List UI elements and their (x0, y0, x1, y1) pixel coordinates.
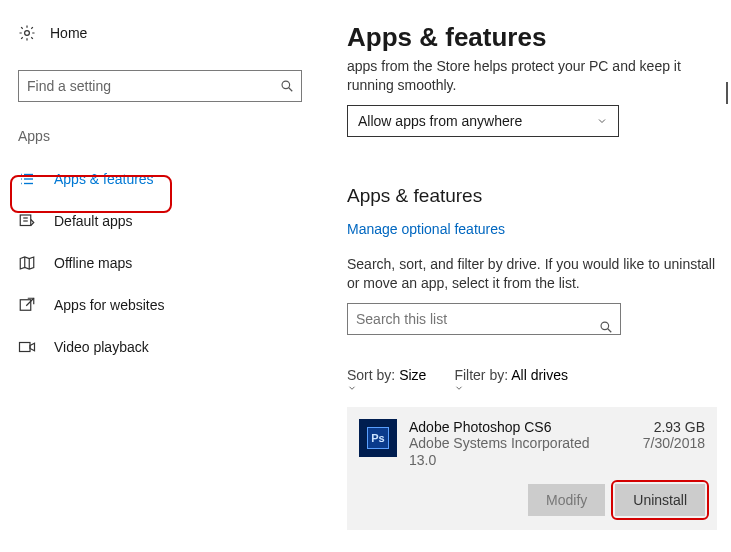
uninstall-button[interactable]: Uninstall (615, 484, 705, 516)
sort-label: Sort by: (347, 367, 395, 383)
sidebar-item-video-playback[interactable]: Video playback (0, 326, 320, 368)
gear-icon (18, 24, 36, 42)
list-icon (18, 170, 36, 188)
app-publisher: Adobe Systems Incorporated (409, 435, 631, 453)
find-setting-input[interactable] (18, 70, 302, 102)
filter-by-control[interactable]: Filter by: All drives (454, 367, 568, 393)
app-icon: Ps (359, 419, 397, 457)
video-icon (18, 338, 36, 356)
svg-rect-14 (20, 300, 31, 311)
sidebar-section-label: Apps (0, 128, 320, 144)
app-size: 2.93 GB (643, 419, 705, 435)
sidebar-item-label: Offline maps (54, 255, 132, 271)
sort-value: Size (399, 367, 426, 383)
sort-by-control[interactable]: Sort by: Size (347, 367, 426, 393)
home-label: Home (50, 25, 87, 41)
launch-icon (18, 296, 36, 314)
svg-point-0 (25, 31, 30, 36)
defaults-icon (18, 212, 36, 230)
list-description: Search, sort, and filter by drive. If yo… (347, 255, 717, 293)
app-list-item[interactable]: Ps Adobe Photoshop CS6 Adobe Systems Inc… (347, 407, 717, 530)
chevron-down-icon (596, 115, 608, 127)
dropdown-value: Allow apps from anywhere (358, 113, 522, 129)
sidebar-search (18, 70, 302, 102)
install-source-dropdown[interactable]: Allow apps from anywhere (347, 105, 619, 137)
app-install-date: 7/30/2018 (643, 435, 705, 451)
sidebar-item-label: Apps for websites (54, 297, 165, 313)
app-version: 13.0 (409, 452, 631, 470)
install-source-helper: apps from the Store helps protect your P… (347, 57, 717, 95)
sort-filter-row: Sort by: Size Filter by: All drives (347, 367, 717, 393)
chevron-down-icon (347, 383, 426, 393)
map-icon (18, 254, 36, 272)
app-list-search (347, 303, 621, 351)
scrollbar-thumb[interactable] (726, 82, 728, 104)
filter-label: Filter by: (454, 367, 508, 383)
sidebar-item-apps-for-websites[interactable]: Apps for websites (0, 284, 320, 326)
sidebar-item-label: Default apps (54, 213, 133, 229)
search-list-input[interactable] (347, 303, 621, 335)
photoshop-icon: Ps (367, 427, 389, 449)
svg-rect-9 (20, 215, 31, 226)
home-button[interactable]: Home (0, 24, 320, 42)
chevron-down-icon (454, 383, 568, 393)
main-panel: Apps & features apps from the Store help… (347, 22, 717, 530)
sidebar-item-label: Apps & features (54, 171, 154, 187)
filter-value: All drives (511, 367, 568, 383)
svg-rect-16 (20, 343, 31, 352)
subsection-title: Apps & features (347, 185, 717, 207)
sidebar-item-offline-maps[interactable]: Offline maps (0, 242, 320, 284)
modify-button[interactable]: Modify (528, 484, 605, 516)
settings-sidebar: Home Apps Apps & features De (0, 0, 320, 368)
page-title: Apps & features (347, 22, 717, 53)
sidebar-item-default-apps[interactable]: Default apps (0, 200, 320, 242)
sidebar-item-label: Video playback (54, 339, 149, 355)
manage-optional-features-link[interactable]: Manage optional features (347, 221, 505, 237)
app-name: Adobe Photoshop CS6 (409, 419, 631, 435)
sidebar-item-apps-features[interactable]: Apps & features (0, 158, 320, 200)
